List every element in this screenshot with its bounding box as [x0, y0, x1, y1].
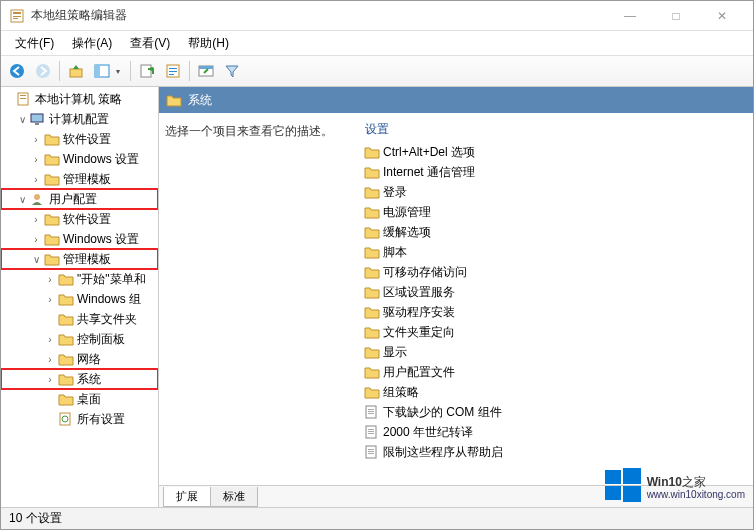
list-item[interactable]: 显示 [359, 342, 753, 362]
maximize-button[interactable]: □ [653, 1, 699, 31]
folder-icon [364, 265, 380, 279]
tree-pane[interactable]: 本地计算机 策略 ∨ 计算机配置 ›软件设置 ›Windows 设置 ›管理模板… [1, 87, 159, 507]
tree-admin-templates[interactable]: ∨ 管理模板 [1, 249, 158, 269]
svg-rect-27 [368, 411, 374, 412]
folder-icon [364, 185, 380, 199]
settings-icon [58, 412, 74, 426]
tab-standard[interactable]: 标准 [210, 487, 258, 507]
svg-rect-21 [35, 123, 39, 125]
tree-item[interactable]: ›软件设置 [1, 129, 158, 149]
expand-icon[interactable]: › [29, 214, 43, 225]
list-item[interactable]: 电源管理 [359, 202, 753, 222]
tree-item[interactable]: ›Windows 设置 [1, 229, 158, 249]
list-item[interactable]: 驱动程序安装 [359, 302, 753, 322]
tree-item[interactable]: ›管理模板 [1, 169, 158, 189]
folder-icon [364, 165, 380, 179]
list-item[interactable]: 脚本 [359, 242, 753, 262]
expand-icon[interactable]: › [29, 234, 43, 245]
titlebar: 本地组策略编辑器 — □ ✕ [1, 1, 753, 31]
expand-icon[interactable]: › [43, 354, 57, 365]
tree-item[interactable]: ›网络 [1, 349, 158, 369]
list-item[interactable]: 组策略 [359, 382, 753, 402]
refresh-button[interactable] [161, 59, 185, 83]
export-button[interactable] [135, 59, 159, 83]
filter-button[interactable] [220, 59, 244, 83]
close-button[interactable]: ✕ [699, 1, 745, 31]
settings-header[interactable]: 设置 [359, 121, 753, 142]
tree-system[interactable]: › 系统 [1, 369, 158, 389]
collapse-icon[interactable]: ∨ [15, 194, 29, 205]
expand-icon[interactable]: › [29, 174, 43, 185]
svg-rect-18 [20, 95, 26, 96]
collapse-icon[interactable]: ∨ [29, 254, 43, 265]
menu-action[interactable]: 操作(A) [64, 33, 120, 54]
folder-icon [364, 365, 380, 379]
folder-icon [58, 392, 74, 406]
folder-icon [364, 325, 380, 339]
properties-button[interactable] [194, 59, 218, 83]
expand-icon[interactable]: › [43, 274, 57, 285]
folder-icon [364, 145, 380, 159]
computer-icon [30, 112, 46, 126]
svg-rect-13 [169, 71, 177, 72]
content-header: 系统 [159, 87, 753, 113]
list-item[interactable]: 下载缺少的 COM 组件 [359, 402, 753, 422]
expand-icon[interactable]: › [43, 334, 57, 345]
tree-user-config[interactable]: ∨ 用户配置 [1, 189, 158, 209]
tree-item[interactable]: ›"开始"菜单和 [1, 269, 158, 289]
settings-list[interactable]: 设置 Ctrl+Alt+Del 选项Internet 通信管理登录电源管理缓解选… [359, 115, 753, 485]
list-item-label: 可移动存储访问 [383, 264, 473, 281]
svg-rect-9 [141, 65, 151, 77]
tree-label: 控制面板 [77, 331, 131, 348]
tree-label: 管理模板 [63, 251, 117, 268]
svg-rect-35 [368, 451, 374, 452]
forward-button[interactable] [31, 59, 55, 83]
status-text: 10 个设置 [9, 510, 62, 527]
toolbar: ▾ [1, 55, 753, 87]
list-item[interactable]: 文件夹重定向 [359, 322, 753, 342]
menu-file[interactable]: 文件(F) [7, 33, 62, 54]
collapse-icon[interactable]: ∨ [15, 114, 29, 125]
list-item-label: Ctrl+Alt+Del 选项 [383, 144, 481, 161]
svg-rect-30 [368, 429, 374, 430]
list-item[interactable]: Internet 通信管理 [359, 162, 753, 182]
list-item[interactable]: 限制这些程序从帮助启 [359, 442, 753, 462]
menu-view[interactable]: 查看(V) [122, 33, 178, 54]
folder-icon [364, 305, 380, 319]
list-item-label: 登录 [383, 184, 413, 201]
expand-icon[interactable]: › [29, 154, 43, 165]
folder-icon [364, 385, 380, 399]
list-item[interactable]: 缓解选项 [359, 222, 753, 242]
show-hide-tree-button[interactable] [90, 59, 114, 83]
list-item[interactable]: 可移动存储访问 [359, 262, 753, 282]
list-item[interactable]: 2000 年世纪转译 [359, 422, 753, 442]
expand-icon[interactable]: › [43, 294, 57, 305]
tree-item[interactable]: 桌面 [1, 389, 158, 409]
tree-item[interactable]: ›Windows 组 [1, 289, 158, 309]
folder-icon [58, 292, 74, 306]
menu-help[interactable]: 帮助(H) [180, 33, 237, 54]
list-item[interactable]: 登录 [359, 182, 753, 202]
tree-root[interactable]: 本地计算机 策略 [1, 89, 158, 109]
tree-computer-config[interactable]: ∨ 计算机配置 [1, 109, 158, 129]
svg-rect-8 [95, 65, 100, 77]
tree-item[interactable]: ›控制面板 [1, 329, 158, 349]
minimize-button[interactable]: — [607, 1, 653, 31]
expand-icon[interactable]: › [29, 134, 43, 145]
list-item[interactable]: 区域设置服务 [359, 282, 753, 302]
tree-label: 系统 [77, 371, 107, 388]
up-button[interactable] [64, 59, 88, 83]
list-item[interactable]: 用户配置文件 [359, 362, 753, 382]
tree-item[interactable]: 所有设置 [1, 409, 158, 429]
tree-item[interactable]: ›软件设置 [1, 209, 158, 229]
tree-item[interactable]: 共享文件夹 [1, 309, 158, 329]
toolbar-dropdown[interactable]: ▾ [116, 67, 126, 76]
svg-rect-26 [368, 409, 374, 410]
tab-extended[interactable]: 扩展 [163, 487, 211, 507]
svg-rect-12 [169, 68, 177, 69]
policy-icon [16, 92, 32, 106]
expand-icon[interactable]: › [43, 374, 57, 385]
list-item[interactable]: Ctrl+Alt+Del 选项 [359, 142, 753, 162]
back-button[interactable] [5, 59, 29, 83]
tree-item[interactable]: ›Windows 设置 [1, 149, 158, 169]
